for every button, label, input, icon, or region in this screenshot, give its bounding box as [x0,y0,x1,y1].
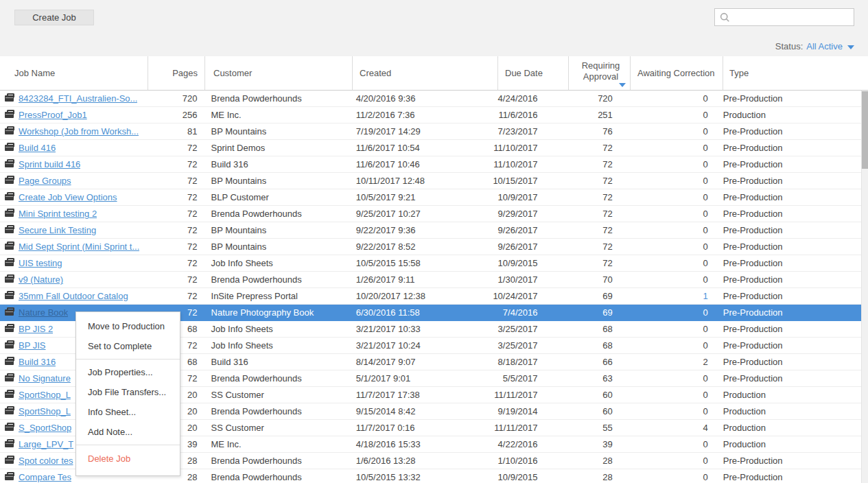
job-name-link[interactable]: SportShop_L [19,406,71,416]
job-name-cell: Mid Sept Sprint (Mini Sprint t... [0,239,146,255]
job-name-link[interactable]: Mini Sprint testing 2 [19,209,97,219]
job-name-link[interactable]: 35mm Fall Outdoor Catalog [19,291,128,301]
job-name-link[interactable]: UIS testing [19,258,62,268]
job-name-link[interactable]: SportShop_L [19,390,71,400]
job-due-date: 11/11/2017 [493,387,563,403]
scrollbar-thumb[interactable] [862,91,868,169]
table-row[interactable]: 35mm Fall Outdoor Catalog72InSite Prepre… [0,288,861,305]
table-row[interactable]: Sprint build 41672Build 31611/6/2017 10:… [0,156,861,173]
job-pages: 72 [146,239,202,255]
job-name-link[interactable]: Workshop (Job from Worksh... [19,126,139,137]
create-job-button[interactable]: Create Job [14,10,94,25]
job-customer: SS Customer [203,420,349,436]
job-requiring-approval: 72 [563,206,624,222]
job-pages: 72 [146,156,202,172]
job-name-link[interactable]: Sprint build 416 [19,159,80,169]
briefcase-icon [5,293,14,299]
menu-item-set-to-complete[interactable]: Set to Complete [76,336,180,356]
column-header-pages[interactable]: Pages [148,56,204,90]
table-row[interactable]: PressProof_Job1256ME Inc.11/2/2016 7:361… [0,107,861,123]
job-pages: 256 [146,107,202,123]
job-name-link[interactable]: v9 (Nature) [19,274,63,285]
column-header-requiring-approval[interactable]: Requiring Approval [568,56,630,90]
table-row[interactable]: Mid Sept Sprint (Mini Sprint t...72BP Mo… [0,239,861,255]
job-name-link[interactable]: Build 316 [19,357,56,367]
job-name-link[interactable]: Spot color tes [19,456,73,466]
job-name-link[interactable]: PressProof_Job1 [19,110,87,120]
job-requiring-approval: 66 [563,354,624,370]
job-name-link[interactable]: BP JIS 2 [19,324,53,334]
table-row[interactable]: v9 (Nature)72Brenda Powderhounds1/26/201… [0,272,861,288]
table-row[interactable]: Build 41672Sprint Demos11/6/2017 10:5411… [0,140,861,156]
job-name-link[interactable]: No Signature [19,373,71,384]
job-type: Production [717,403,861,419]
briefcase-icon [5,145,14,151]
menu-item-add-note[interactable]: Add Note... [76,422,180,442]
job-pages: 72 [146,173,202,189]
job-awaiting-correction: 0 [625,173,717,189]
job-awaiting-correction: 2 [625,354,717,370]
column-header-job-name[interactable]: Job Name [0,56,148,90]
job-due-date: 4/22/2016 [493,436,563,452]
job-created: 7/19/2017 14:29 [349,123,493,139]
vertical-scrollbar[interactable] [861,91,868,483]
menu-item-info-sheet[interactable]: Info Sheet... [76,402,180,422]
table-row[interactable]: 8423284_FTI_Australien-So...720Brenda Po… [0,91,861,107]
job-name-link[interactable]: Large_LPV_T [19,439,73,449]
job-created: 9/22/2017 8:52 [349,239,493,255]
menu-item-job-properties[interactable]: Job Properties... [76,362,180,382]
job-name-link[interactable]: Page Groups [19,176,71,186]
table-row[interactable]: Mini Sprint testing 272Brenda Powderhoun… [0,206,861,222]
job-due-date: 11/10/2017 [493,140,563,156]
table-row[interactable]: Workshop (Job from Worksh...81BP Mountai… [0,123,861,140]
job-awaiting-correction: 0 [625,370,717,386]
job-name-link[interactable]: S_SportShop [19,423,71,433]
menu-item-move-to-production[interactable]: Move to Production [76,316,180,336]
job-due-date: 10/24/2017 [493,288,563,304]
job-requiring-approval: 72 [563,255,624,271]
job-name-link[interactable]: Compare Tes [19,472,71,482]
table-row[interactable]: Create Job View Options72BLP Customer10/… [0,189,861,206]
job-due-date: 9/26/2017 [493,222,563,238]
job-awaiting-correction: 4 [625,420,717,436]
status-dropdown[interactable]: All Active [806,41,843,51]
column-header-due-date[interactable]: Due Date [497,56,568,90]
job-name-link[interactable]: BP JIS [19,340,46,351]
job-awaiting-correction: 0 [625,206,717,222]
job-customer: Build 316 [203,156,349,172]
job-due-date: 1/10/2016 [493,453,563,469]
job-awaiting-correction: 0 [625,123,717,139]
job-created: 11/7/2017 17:38 [349,387,493,403]
job-requiring-approval: 70 [563,272,624,287]
job-created: 10/5/2015 13:32 [349,469,493,483]
job-awaiting-correction: 0 [625,387,717,403]
job-awaiting-correction: 0 [625,222,717,238]
menu-item-delete-job[interactable]: Delete Job [76,449,180,469]
table-row[interactable]: Page Groups72BP Mountains10/11/2017 12:4… [0,173,861,189]
table-row[interactable]: UIS testing72Job Info Sheets10/5/2015 15… [0,255,861,272]
column-header-awaiting-correction[interactable]: Awaiting Correction [630,56,723,90]
job-awaiting-correction: 0 [625,239,717,255]
job-name-link[interactable]: Secure Link Testing [19,225,96,235]
briefcase-icon [5,359,14,365]
search-box[interactable] [714,8,854,26]
job-name-link[interactable]: Nature Book [19,307,68,318]
job-customer: Job Info Sheets [203,321,349,337]
briefcase-icon [5,260,14,266]
job-name-link[interactable]: Mid Sept Sprint (Mini Sprint t... [19,242,139,252]
menu-item-job-file-transfers[interactable]: Job File Transfers... [76,382,180,402]
job-name-link[interactable]: Create Job View Options [19,192,117,202]
table-row[interactable]: Secure Link Testing72BP Mountains9/22/20… [0,222,861,239]
job-requiring-approval: 72 [563,173,624,189]
column-header-type[interactable]: Type [723,56,868,90]
chevron-down-icon [847,45,854,49]
job-name-link[interactable]: 8423284_FTI_Australien-So... [19,93,137,104]
job-type: Production [717,387,861,403]
job-name-link[interactable]: Build 416 [19,143,56,153]
column-header-created[interactable]: Created [352,56,497,90]
job-name-cell: Build 416 [0,140,146,156]
job-pages: 72 [146,272,202,287]
job-due-date: 10/9/2017 [493,189,563,205]
search-input[interactable] [734,10,854,24]
column-header-customer[interactable]: Customer [204,56,352,90]
